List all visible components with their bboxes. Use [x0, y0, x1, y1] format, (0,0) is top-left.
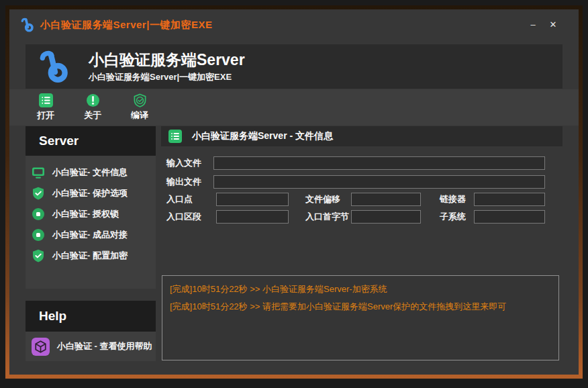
- app-logo-icon: [20, 17, 35, 32]
- toolbar-compile-button[interactable]: 编译: [124, 92, 156, 123]
- sidebar-item-file-info[interactable]: 小白验证- 文件信息: [26, 162, 156, 183]
- record-dot-icon: [32, 228, 45, 242]
- cube-icon: [32, 338, 50, 356]
- entry-first-bytes-label: 入口首字节: [305, 210, 349, 224]
- panel-header: 小白验证服务端Server - 文件信息: [161, 126, 562, 146]
- sidebar-server-menu: 小白验证- 文件信息 小白验证- 保护选项 小白验证- 授权锁 小白验证- 成品…: [26, 156, 156, 289]
- subsystem-label: 子系统: [440, 210, 466, 224]
- entry-first-bytes-field[interactable]: [351, 210, 421, 224]
- sidebar-item-license-lock[interactable]: 小白验证- 授权锁: [26, 203, 156, 224]
- toolbar: 打开 关于 编译: [9, 89, 579, 126]
- window-title: 小白验证服务端Server|一键加密EXE: [40, 19, 212, 32]
- toolbar-about-button[interactable]: 关于: [77, 92, 109, 123]
- banner-subtitle: 小白验证服务端Server|一键加密EXE: [89, 71, 245, 83]
- sidebar-server-header: Server: [26, 126, 156, 156]
- entry-section-label: 入口区段: [166, 210, 201, 224]
- panel-title: 小白验证服务端Server - 文件信息: [192, 130, 333, 142]
- banner-text: 小白验证服务端Server 小白验证服务端Server|一键加密EXE: [89, 50, 245, 83]
- open-list-icon: [39, 93, 53, 107]
- sidebar-item-product-connect[interactable]: 小白验证- 成品对接: [26, 224, 156, 245]
- toolbar-open-label: 打开: [37, 109, 54, 122]
- subsystem-field[interactable]: [474, 210, 545, 224]
- sidebar-item-label: 小白验证- 配置加密: [52, 250, 128, 262]
- record-dot-icon: [32, 207, 45, 221]
- sidebar-item-label: 小白验证- 文件信息: [52, 166, 128, 179]
- file-offset-field[interactable]: [351, 193, 421, 206]
- toolbar-about-label: 关于: [84, 109, 101, 122]
- sidebar-item-label: 小白验证- 保护选项: [52, 187, 128, 199]
- log-line: [完成]10时51分22秒 >> 小白验证服务端Server-加密系统: [170, 281, 551, 298]
- output-file-label: 输出文件: [166, 175, 201, 189]
- log-line: [完成]10时51分22秒 >> 请把需要加小白验证服务端Server保护的文件…: [170, 298, 551, 316]
- sidebar-item-protect-options[interactable]: 小白验证- 保护选项: [26, 183, 156, 203]
- input-file-field[interactable]: [213, 156, 545, 170]
- log-drop-zone[interactable]: [完成]10时51分22秒 >> 小白验证服务端Server-加密系统 [完成]…: [162, 275, 559, 360]
- minimize-button[interactable]: –: [525, 16, 541, 32]
- banner-title: 小白验证服务端Server: [89, 50, 245, 69]
- sidebar-item-config-encrypt[interactable]: 小白验证- 配置加密: [26, 245, 156, 266]
- entry-point-field[interactable]: [216, 193, 289, 206]
- window-controls: – ✕: [525, 16, 561, 32]
- linker-field[interactable]: [474, 193, 545, 206]
- entry-point-label: 入口点: [166, 193, 193, 206]
- about-icon: [86, 93, 100, 107]
- monitor-icon: [32, 166, 45, 179]
- output-file-field[interactable]: [213, 175, 545, 189]
- sidebar-item-label: 小白验证- 授权锁: [52, 208, 119, 220]
- file-info-list-icon: [168, 130, 182, 143]
- toolbar-open-button[interactable]: 打开: [30, 92, 62, 123]
- app-logo-icon: [38, 50, 71, 83]
- compile-shield-icon: [133, 93, 147, 107]
- sidebar-item-view-help[interactable]: 小白验证 - 查看使用帮助: [26, 338, 156, 356]
- header-banner: 小白验证服务端Server 小白验证服务端Server|一键加密EXE: [26, 44, 562, 89]
- shield-check-icon: [32, 249, 45, 262]
- toolbar-compile-label: 编译: [131, 109, 148, 122]
- sidebar-item-label: 小白验证 - 查看使用帮助: [57, 340, 152, 352]
- sidebar-item-label: 小白验证- 成品对接: [52, 229, 128, 241]
- linker-label: 链接器: [440, 193, 466, 206]
- entry-section-field[interactable]: [216, 210, 289, 224]
- sidebar-help-menu: 小白验证 - 查看使用帮助: [26, 332, 156, 361]
- input-file-label: 输入文件: [166, 156, 201, 170]
- app-window: 小白验证服务端Server|一键加密EXE – ✕ 小白验证服务端Server …: [5, 5, 583, 379]
- title-bar: 小白验证服务端Server|一键加密EXE – ✕: [9, 9, 579, 40]
- close-button[interactable]: ✕: [545, 16, 561, 32]
- shield-check-icon: [32, 187, 45, 200]
- sidebar-help-header: Help: [26, 301, 156, 332]
- file-offset-label: 文件偏移: [305, 193, 340, 206]
